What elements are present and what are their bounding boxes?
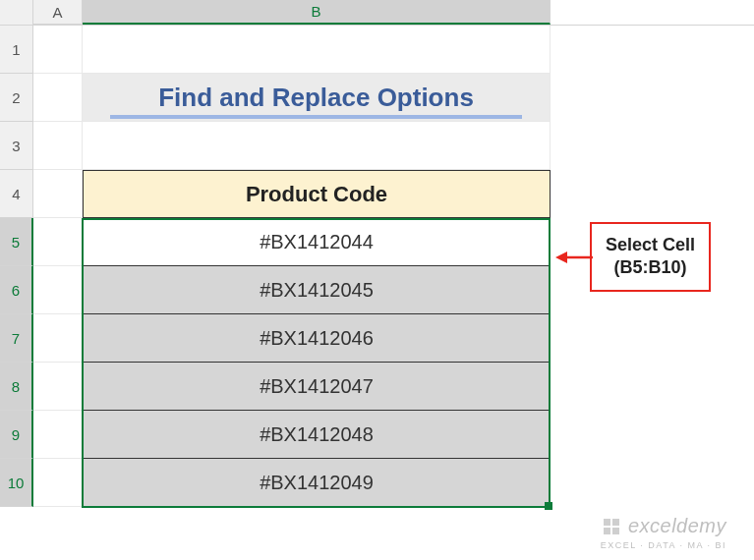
cell-B7[interactable]: #BX1412046 (83, 314, 551, 363)
row-header-2[interactable]: 2 (0, 74, 33, 122)
grid: Find and Replace Options Product Code #B… (33, 26, 551, 507)
row-header-1[interactable]: 1 (0, 26, 33, 74)
row-headers: 1 2 3 4 5 6 7 8 9 10 (0, 26, 33, 507)
cell-A1[interactable] (33, 26, 83, 74)
callout-line1: Select Cell (606, 234, 695, 256)
row-header-3[interactable]: 3 (0, 122, 33, 170)
row-header-5[interactable]: 5 (0, 218, 33, 266)
cell-B2-title[interactable]: Find and Replace Options (83, 74, 551, 122)
cell-B1[interactable] (83, 26, 551, 74)
cell-B9[interactable]: #BX1412048 (83, 411, 551, 459)
cell-A5[interactable] (33, 218, 83, 266)
svg-rect-3 (612, 519, 619, 526)
row-header-6[interactable]: 6 (0, 266, 33, 314)
select-all-corner[interactable] (0, 0, 33, 26)
callout-line2: (B5:B10) (606, 256, 695, 279)
watermark-logo-icon (602, 517, 621, 540)
column-headers: A B (0, 0, 754, 26)
cell-A10[interactable] (33, 459, 83, 507)
cell-A2[interactable] (33, 74, 83, 122)
row-header-9[interactable]: 9 (0, 411, 33, 459)
row-header-4[interactable]: 4 (0, 170, 33, 218)
cell-B4-header[interactable]: Product Code (83, 170, 551, 218)
cell-B5[interactable]: #BX1412044 (83, 218, 551, 266)
cell-A6[interactable] (33, 266, 83, 314)
column-header-B[interactable]: B (83, 0, 551, 25)
cell-B8[interactable]: #BX1412047 (83, 363, 551, 411)
svg-rect-5 (612, 528, 619, 534)
title-text: Find and Replace Options (158, 83, 474, 113)
cell-B6[interactable]: #BX1412045 (83, 266, 551, 314)
cell-A3[interactable] (33, 122, 83, 170)
cell-A8[interactable] (33, 363, 83, 411)
svg-marker-1 (555, 252, 567, 263)
watermark-brand: exceldemy (628, 515, 726, 536)
callout-arrow-icon (555, 250, 595, 265)
title-underline (110, 115, 522, 119)
cell-A9[interactable] (33, 411, 83, 459)
cell-A7[interactable] (33, 314, 83, 363)
column-header-A[interactable]: A (33, 0, 83, 25)
callout-box: Select Cell (B5:B10) (590, 222, 711, 292)
row-header-7[interactable]: 7 (0, 314, 33, 363)
svg-rect-4 (604, 528, 610, 534)
row-header-10[interactable]: 10 (0, 459, 33, 507)
cell-B3[interactable] (83, 122, 551, 170)
cell-B10[interactable]: #BX1412049 (83, 459, 551, 507)
watermark: exceldemy EXCEL · DATA · MA · BI (601, 515, 726, 550)
cell-A4[interactable] (33, 170, 83, 218)
spreadsheet: A B 1 2 3 4 5 6 7 8 9 10 Find and Replac… (0, 0, 754, 560)
svg-rect-2 (604, 519, 610, 526)
watermark-tagline: EXCEL · DATA · MA · BI (601, 540, 726, 550)
row-header-8[interactable]: 8 (0, 363, 33, 411)
